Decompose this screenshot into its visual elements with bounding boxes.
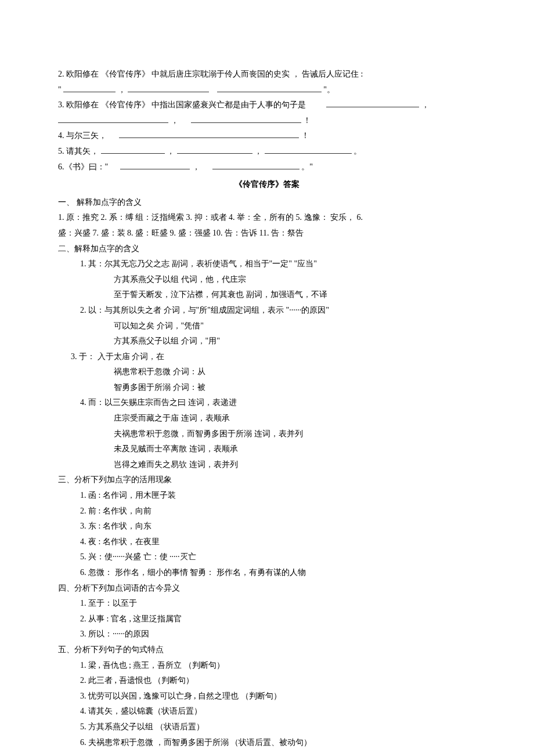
sec3-1: 1. 函 : 名作词，用木匣子装 xyxy=(58,488,476,504)
sec5-6: 6. 夫祸患常积于忽微 ，而智勇多困于所溺 （状语后置、被动句） xyxy=(58,735,476,751)
sec5-1: 1. 梁 , 吾仇也 ; 燕王，吾所立 （判断句） xyxy=(58,658,476,674)
blank xyxy=(177,145,252,154)
sec2-1a: 1. 其：尔其无忘乃父之志 副词，表祈使语气，相当于"一定" "应当" xyxy=(58,256,476,272)
sec4-title: 四、分析下列加点词语的古今异义 xyxy=(58,581,476,596)
sep: ， xyxy=(167,147,175,155)
question-2: 2. 欧阳修在 《伶官传序》 中就后唐庄宗耽溺于伶人而丧国的史实 ， 告诫后人应… xyxy=(58,67,476,82)
sec2-4b: 庄宗受而藏之于庙 连词，表顺承 xyxy=(58,411,476,426)
blank xyxy=(265,145,352,154)
sec2-3a: 3. 于： 入于太庙 介词，在 xyxy=(58,349,476,365)
sec3-4: 4. 夜 : 名作状，在夜里 xyxy=(58,534,476,550)
sec4-2: 2. 从事 : 官名 , 这里泛指属官 xyxy=(58,612,476,627)
question-4: 4. 与尔三矢， ！ xyxy=(58,128,476,144)
sec2-4d: 未及见贼而士卒离散 连词，表顺承 xyxy=(58,442,476,457)
sec2-4c: 夫祸患常积于忽微，而智勇多困于所溺 连词，表并列 xyxy=(58,426,476,442)
question-2-blanks: " ， "。 xyxy=(58,82,476,98)
sec2-2a: 2. 以：与其所以失之者 介词，与"所"组成固定词组，表示 "······的原因… xyxy=(58,303,476,319)
question-3: 3. 欧阳修在 《伶官传序》 中指出国家盛衰兴亡都是由于人事的句子是 ， xyxy=(58,97,476,113)
question-3-text: 3. 欧阳修在 《伶官传序》 中指出国家盛衰兴亡都是由于人事的句子是 xyxy=(58,100,306,109)
question-6-prefix: 6.《书》曰：" xyxy=(58,162,108,171)
q4-end: ！ xyxy=(301,131,309,140)
sep: ， xyxy=(254,147,262,155)
sec3-6: 6. 忽微： 形作名，细小的事情 智勇： 形作名，有勇有谋的人物 xyxy=(58,565,476,581)
blank xyxy=(63,84,116,92)
sep: ， xyxy=(192,162,200,171)
sec5-2: 2. 此三者 , 吾遗恨也 （判断句） xyxy=(58,673,476,689)
sec2-1c: 至于誓天断发，泣下沾襟，何其衰也 副词，加强语气，不译 xyxy=(58,287,476,303)
quote-open: " xyxy=(58,85,62,94)
blank xyxy=(120,161,190,169)
sec2-3b: 祸患常积于忽微 介词：从 xyxy=(58,364,476,380)
sec5-title: 五、分析下列句子的句式特点 xyxy=(58,642,476,658)
question-5: 5. 请其矢， ， ， 。 xyxy=(58,144,476,160)
blank xyxy=(101,145,165,154)
document-page: 2. 欧阳修在 《伶官传序》 中就后唐庄宗耽溺于伶人而丧国的史实 ， 告诫后人应… xyxy=(0,0,534,756)
answers-heading: 《伶官传序》答案 xyxy=(58,177,476,193)
q3-end: ！ xyxy=(303,116,311,125)
blank xyxy=(326,99,419,107)
blank xyxy=(119,129,299,138)
question-3-blanks: ， ！ xyxy=(58,113,476,129)
question-5-text: 5. 请其矢， xyxy=(58,147,99,155)
sep: ， xyxy=(118,85,126,94)
sec5-5: 5. 方其系燕父子以组 （状语后置） xyxy=(58,719,476,735)
sec2-4a: 4. 而：以三矢赐庄宗而告之曰 连词，表递进 xyxy=(58,395,476,411)
blank xyxy=(58,114,168,123)
sec3-title: 三、分析下列加点字的活用现象 xyxy=(58,472,476,488)
q6-close: 。" xyxy=(301,162,313,171)
sec2-2b: 可以知之矣 介词，"凭借" xyxy=(58,319,476,334)
blank xyxy=(128,84,209,92)
sec2-1b: 方其系燕父子以组 代词，他，代庄宗 xyxy=(58,272,476,288)
sep: ， xyxy=(421,100,430,109)
sec1-title: 一、 解释加点字的含义 xyxy=(58,195,476,211)
sec2-4e: 岂得之难而失之易欤 连词，表并列 xyxy=(58,457,476,473)
sec3-2: 2. 前 : 名作状，向前 xyxy=(58,504,476,519)
q5-end: 。 xyxy=(353,147,362,155)
sec2-3c: 智勇多困于所溺 介词：被 xyxy=(58,380,476,396)
sec1-2: 盛：兴盛 7. 盛：装 8. 盛：旺盛 9. 盛：强盛 10. 告：告诉 11.… xyxy=(58,226,476,241)
sec4-3: 3. 所以：······的原因 xyxy=(58,627,476,642)
question-4-text: 4. 与尔三矢， xyxy=(58,131,107,140)
sec2-2c: 方其系燕父子以组 介词，"用" xyxy=(58,334,476,349)
sec5-3: 3. 忧劳可以兴国 , 逸豫可以亡身 , 自然之理也 （判断句） xyxy=(58,689,476,704)
sec2-title: 二、解释加点字的含义 xyxy=(58,241,476,257)
sep: ， xyxy=(171,116,179,125)
sec4-1: 1. 至于：以至于 xyxy=(58,596,476,612)
sec3-3: 3. 东 : 名作状，向东 xyxy=(58,519,476,534)
sec3-5: 5. 兴：使······兴盛 亡：使 ·····灭亡 xyxy=(58,549,476,565)
blank xyxy=(212,161,300,169)
sec1-1: 1. 原：推究 2. 系：缚 组：泛指绳索 3. 抑：或者 4. 举：全，所有的… xyxy=(58,210,476,226)
blank xyxy=(217,84,322,92)
blank xyxy=(191,114,301,123)
sec5-4: 4. 请其矢，盛以锦囊（状语后置） xyxy=(58,704,476,719)
question-6: 6.《书》曰：" ， 。" xyxy=(58,160,476,175)
quote-close: "。 xyxy=(323,85,335,94)
